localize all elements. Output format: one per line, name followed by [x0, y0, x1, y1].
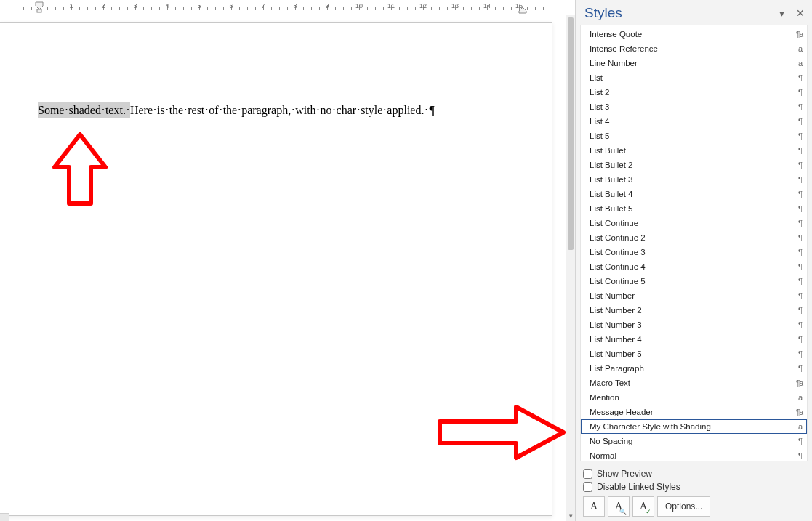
style-item[interactable]: My Character Style with Shading	[581, 419, 807, 434]
style-item[interactable]: Line Number	[581, 56, 807, 70]
character-style-icon	[792, 44, 803, 53]
horizontal-ruler[interactable]: 123456789101112131415	[0, 0, 575, 15]
plain-word[interactable]: style	[361, 102, 387, 118]
style-item[interactable]: Mention	[581, 390, 807, 405]
style-item-name: List Bullet 3	[590, 175, 632, 184]
scrollbar-thumb[interactable]	[568, 17, 574, 250]
style-item[interactable]: List Bullet 5	[581, 201, 807, 216]
style-item[interactable]: List Bullet 4	[581, 187, 807, 201]
paragraph-style-icon	[792, 146, 803, 155]
paragraph-style-icon	[792, 364, 803, 373]
style-item[interactable]: Intense Reference	[581, 41, 807, 56]
style-item[interactable]: List 5	[581, 129, 807, 143]
style-item-name: List Number 5	[590, 350, 642, 358]
style-item-name: List Bullet 2	[590, 161, 632, 169]
style-item[interactable]: List Continue 4	[581, 259, 807, 274]
style-inspector-button[interactable]: A 🔍	[608, 496, 630, 517]
style-list[interactable]: Intense QuoteIntense ReferenceLine Numbe…	[580, 25, 808, 461]
disable-linked-checkbox[interactable]	[583, 482, 592, 492]
svg-rect-1	[37, 9, 41, 12]
pane-menu-icon[interactable]: ▾	[776, 7, 787, 19]
paragraph-style-icon	[792, 320, 803, 329]
shaded-word[interactable]: Some	[38, 102, 68, 118]
style-item-name: Mention	[590, 393, 619, 402]
style-item[interactable]: List 4	[581, 114, 807, 129]
plain-word[interactable]: the	[223, 102, 242, 118]
style-item-name: List Number	[590, 291, 635, 300]
style-item[interactable]: No Spacing	[581, 434, 807, 448]
plain-word[interactable]: Here	[130, 102, 157, 118]
manage-styles-button[interactable]: A ✓	[632, 496, 654, 517]
style-item[interactable]: List 2	[581, 85, 807, 100]
shaded-word[interactable]: text.	[105, 102, 130, 118]
paragraph-style-icon	[792, 277, 803, 286]
style-item[interactable]: List	[581, 70, 807, 85]
style-item-name: List Bullet 4	[590, 190, 632, 198]
left-indent-marker[interactable]	[35, 1, 44, 13]
style-item-name: List 2	[590, 88, 610, 97]
document-area: 123456789101112131415 Someshadedtext.Her…	[0, 0, 575, 521]
options-button[interactable]: Options...	[657, 496, 710, 517]
ruler-label: 10	[355, 2, 363, 9]
style-item[interactable]: List Bullet 3	[581, 172, 807, 187]
scrollbar-down-icon[interactable]: ▾	[566, 511, 575, 521]
new-style-button[interactable]: A +	[583, 496, 605, 517]
plain-word[interactable]: the	[169, 102, 188, 118]
style-item-name: List Continue 2	[590, 233, 646, 242]
style-item[interactable]: List Bullet	[581, 143, 807, 158]
style-item[interactable]: List Continue 5	[581, 274, 807, 288]
style-item[interactable]: Intense Quote	[581, 27, 807, 41]
character-style-icon	[792, 422, 803, 431]
style-item[interactable]: Macro Text	[581, 376, 807, 390]
style-item[interactable]: List Number 4	[581, 332, 807, 347]
style-item[interactable]: List Continue	[581, 216, 807, 230]
style-item[interactable]: List Bullet 2	[581, 158, 807, 172]
document-vertical-scrollbar[interactable]: ▾	[566, 15, 575, 521]
ruler-label: 4	[165, 2, 169, 9]
styles-pane-header: Styles ▾ ✕	[576, 0, 812, 25]
right-indent-marker[interactable]	[518, 7, 527, 14]
style-item[interactable]: Normal	[581, 448, 807, 461]
style-item[interactable]: List Continue 2	[581, 230, 807, 245]
style-item[interactable]: List Number 3	[581, 318, 807, 332]
paragraph-style-icon	[792, 262, 803, 271]
show-preview-checkbox[interactable]	[583, 469, 592, 479]
shaded-word[interactable]: shaded	[68, 102, 105, 118]
style-item[interactable]: List Number	[581, 288, 807, 303]
paragraph-style-icon	[792, 219, 803, 227]
style-item[interactable]: Message Header	[581, 405, 807, 419]
style-item-name: List Bullet 5	[590, 204, 632, 213]
ruler-label: 14	[483, 2, 491, 9]
style-item-name: Normal	[590, 451, 616, 460]
document-paragraph[interactable]: Someshadedtext.Hereistherestoftheparagra…	[38, 102, 523, 118]
pilcrow-icon: ¶	[428, 102, 434, 118]
ruler-label: 6	[229, 2, 233, 9]
style-item[interactable]: List Number 2	[581, 303, 807, 318]
plain-word[interactable]: of	[209, 102, 222, 118]
plain-word[interactable]: applied.	[387, 102, 428, 118]
paragraph-style-icon	[792, 306, 803, 315]
paragraph-style-icon	[792, 88, 803, 97]
paragraph-style-icon	[792, 233, 803, 242]
style-item-name: Intense Quote	[590, 30, 642, 39]
style-item[interactable]: List Paragraph	[581, 361, 807, 376]
plain-word[interactable]: char	[337, 102, 361, 118]
annotation-arrow-up	[51, 131, 109, 213]
style-item[interactable]: List 3	[581, 100, 807, 114]
style-item[interactable]: List Continue 3	[581, 245, 807, 259]
plain-word[interactable]: no	[321, 102, 337, 118]
plain-word[interactable]: rest	[188, 102, 209, 118]
document-resize-handle[interactable]	[0, 513, 9, 521]
plain-word[interactable]: paragraph,	[241, 102, 295, 118]
style-item-name: Macro Text	[590, 379, 630, 387]
paragraph-style-icon	[792, 437, 803, 445]
annotation-arrow-right	[436, 403, 567, 464]
style-item-name: List Continue 5	[590, 277, 646, 286]
style-item[interactable]: List Number 5	[581, 347, 807, 361]
plain-word[interactable]: with	[295, 102, 320, 118]
pane-close-icon[interactable]: ✕	[795, 7, 806, 19]
plain-word[interactable]: is	[157, 102, 169, 118]
disable-linked-checkbox-row[interactable]: Disable Linked Styles	[583, 480, 806, 493]
show-preview-checkbox-row[interactable]: Show Preview	[583, 467, 806, 480]
show-preview-label: Show Preview	[597, 469, 652, 479]
